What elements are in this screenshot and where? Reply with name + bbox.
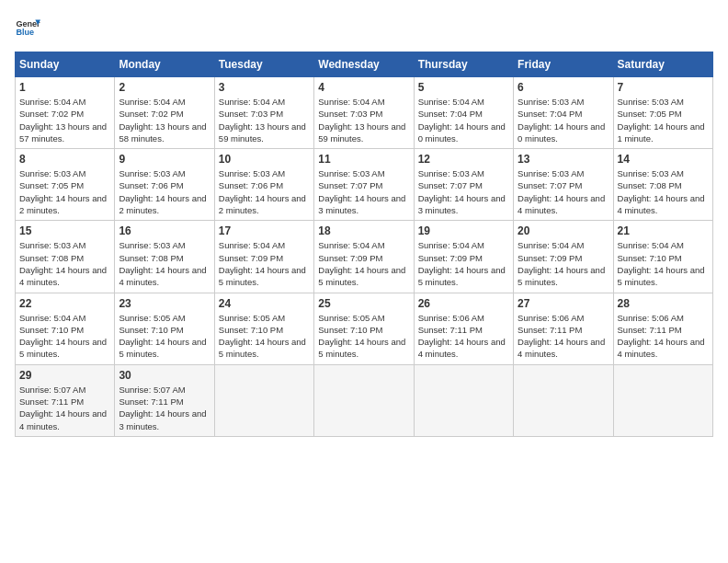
day-cell-29: 29 Sunrise: 5:07 AMSunset: 7:11 PMDaylig… xyxy=(16,364,115,436)
day-number: 10 xyxy=(219,153,310,166)
day-number: 18 xyxy=(318,224,409,237)
day-cell-7: 7 Sunrise: 5:03 AMSunset: 7:05 PMDayligh… xyxy=(613,77,712,149)
day-cell-24: 24 Sunrise: 5:05 AMSunset: 7:10 PMDaylig… xyxy=(214,293,313,364)
day-number: 20 xyxy=(518,224,609,237)
day-cell-19: 19 Sunrise: 5:04 AMSunset: 7:09 PMDaylig… xyxy=(414,221,513,293)
day-cell-17: 17 Sunrise: 5:04 AMSunset: 7:09 PMDaylig… xyxy=(214,221,313,293)
day-cell-20: 20 Sunrise: 5:04 AMSunset: 7:09 PMDaylig… xyxy=(514,221,613,293)
day-cell-26: 26 Sunrise: 5:06 AMSunset: 7:11 PMDaylig… xyxy=(414,293,513,364)
empty-cell xyxy=(514,364,613,436)
calendar-week-4: 22 Sunrise: 5:04 AMSunset: 7:10 PMDaylig… xyxy=(16,293,713,364)
day-cell-12: 12 Sunrise: 5:03 AMSunset: 7:07 PMDaylig… xyxy=(414,149,513,221)
day-cell-15: 15 Sunrise: 5:03 AMSunset: 7:08 PMDaylig… xyxy=(16,221,115,293)
day-cell-9: 9 Sunrise: 5:03 AMSunset: 7:06 PMDayligh… xyxy=(115,149,214,221)
day-header-tuesday: Tuesday xyxy=(214,52,313,77)
day-number: 11 xyxy=(318,153,409,166)
day-header-friday: Friday xyxy=(514,52,613,77)
day-cell-21: 21 Sunrise: 5:04 AMSunset: 7:10 PMDaylig… xyxy=(613,221,712,293)
empty-cell xyxy=(314,364,414,436)
day-number: 30 xyxy=(119,369,210,382)
day-number: 9 xyxy=(119,153,210,166)
day-number: 13 xyxy=(518,153,609,166)
day-number: 12 xyxy=(418,153,509,166)
day-detail: Sunrise: 5:04 AMSunset: 7:02 PMDaylight:… xyxy=(119,97,206,144)
day-cell-2: 2 Sunrise: 5:04 AMSunset: 7:02 PMDayligh… xyxy=(115,77,214,149)
day-number: 27 xyxy=(518,297,609,310)
day-detail: Sunrise: 5:04 AMSunset: 7:02 PMDaylight:… xyxy=(19,97,107,144)
day-detail: Sunrise: 5:05 AMSunset: 7:10 PMDaylight:… xyxy=(318,313,405,360)
day-cell-14: 14 Sunrise: 5:03 AMSunset: 7:08 PMDaylig… xyxy=(613,149,712,221)
day-number: 22 xyxy=(19,297,110,310)
day-detail: Sunrise: 5:04 AMSunset: 7:10 PMDaylight:… xyxy=(19,313,107,360)
day-header-sunday: Sunday xyxy=(16,52,115,77)
day-header-monday: Monday xyxy=(115,52,214,77)
day-detail: Sunrise: 5:03 AMSunset: 7:08 PMDaylight:… xyxy=(618,168,705,215)
empty-cell xyxy=(214,364,313,436)
day-number: 28 xyxy=(618,297,709,310)
day-detail: Sunrise: 5:04 AMSunset: 7:10 PMDaylight:… xyxy=(618,240,705,287)
calendar-week-1: 1 Sunrise: 5:04 AMSunset: 7:02 PMDayligh… xyxy=(16,77,713,149)
day-cell-23: 23 Sunrise: 5:05 AMSunset: 7:10 PMDaylig… xyxy=(115,293,214,364)
day-number: 14 xyxy=(618,153,709,166)
day-detail: Sunrise: 5:03 AMSunset: 7:05 PMDaylight:… xyxy=(19,168,107,215)
day-header-thursday: Thursday xyxy=(414,52,513,77)
day-detail: Sunrise: 5:03 AMSunset: 7:08 PMDaylight:… xyxy=(19,240,107,287)
day-cell-1: 1 Sunrise: 5:04 AMSunset: 7:02 PMDayligh… xyxy=(16,77,115,149)
day-detail: Sunrise: 5:03 AMSunset: 7:05 PMDaylight:… xyxy=(618,97,705,144)
empty-cell xyxy=(613,364,712,436)
day-detail: Sunrise: 5:03 AMSunset: 7:06 PMDaylight:… xyxy=(219,168,306,215)
day-number: 16 xyxy=(119,224,210,237)
day-detail: Sunrise: 5:05 AMSunset: 7:10 PMDaylight:… xyxy=(219,313,306,360)
page-header: General Blue xyxy=(15,15,713,40)
day-detail: Sunrise: 5:04 AMSunset: 7:09 PMDaylight:… xyxy=(518,240,605,287)
day-cell-6: 6 Sunrise: 5:03 AMSunset: 7:04 PMDayligh… xyxy=(514,77,613,149)
day-number: 7 xyxy=(618,81,709,94)
day-detail: Sunrise: 5:03 AMSunset: 7:07 PMDaylight:… xyxy=(518,168,605,215)
day-number: 2 xyxy=(119,81,210,94)
day-number: 4 xyxy=(318,81,409,94)
logo-icon: General Blue xyxy=(15,15,40,40)
day-detail: Sunrise: 5:06 AMSunset: 7:11 PMDaylight:… xyxy=(618,313,705,360)
day-detail: Sunrise: 5:06 AMSunset: 7:11 PMDaylight:… xyxy=(418,313,506,360)
day-cell-22: 22 Sunrise: 5:04 AMSunset: 7:10 PMDaylig… xyxy=(16,293,115,364)
logo: General Blue xyxy=(15,15,40,40)
day-number: 21 xyxy=(618,224,709,237)
day-cell-10: 10 Sunrise: 5:03 AMSunset: 7:06 PMDaylig… xyxy=(214,149,313,221)
day-number: 25 xyxy=(318,297,409,310)
day-cell-18: 18 Sunrise: 5:04 AMSunset: 7:09 PMDaylig… xyxy=(314,221,414,293)
day-number: 24 xyxy=(219,297,310,310)
day-cell-30: 30 Sunrise: 5:07 AMSunset: 7:11 PMDaylig… xyxy=(115,364,214,436)
svg-text:Blue: Blue xyxy=(16,28,34,37)
day-number: 8 xyxy=(19,153,110,166)
day-cell-16: 16 Sunrise: 5:03 AMSunset: 7:08 PMDaylig… xyxy=(115,221,214,293)
day-cell-28: 28 Sunrise: 5:06 AMSunset: 7:11 PMDaylig… xyxy=(613,293,712,364)
day-number: 15 xyxy=(19,224,110,237)
day-detail: Sunrise: 5:07 AMSunset: 7:11 PMDaylight:… xyxy=(19,385,107,431)
day-number: 26 xyxy=(418,297,509,310)
day-number: 6 xyxy=(518,81,609,94)
day-header-saturday: Saturday xyxy=(613,52,712,77)
day-detail: Sunrise: 5:04 AMSunset: 7:03 PMDaylight:… xyxy=(219,97,306,144)
day-number: 1 xyxy=(19,81,110,94)
day-detail: Sunrise: 5:03 AMSunset: 7:08 PMDaylight:… xyxy=(119,240,206,287)
day-cell-11: 11 Sunrise: 5:03 AMSunset: 7:07 PMDaylig… xyxy=(314,149,414,221)
day-detail: Sunrise: 5:04 AMSunset: 7:04 PMDaylight:… xyxy=(418,97,506,144)
day-detail: Sunrise: 5:07 AMSunset: 7:11 PMDaylight:… xyxy=(119,385,206,431)
day-number: 23 xyxy=(119,297,210,310)
day-number: 5 xyxy=(418,81,509,94)
calendar-week-5: 29 Sunrise: 5:07 AMSunset: 7:11 PMDaylig… xyxy=(16,364,713,436)
day-cell-13: 13 Sunrise: 5:03 AMSunset: 7:07 PMDaylig… xyxy=(514,149,613,221)
day-cell-4: 4 Sunrise: 5:04 AMSunset: 7:03 PMDayligh… xyxy=(314,77,414,149)
day-header-wednesday: Wednesday xyxy=(314,52,414,77)
day-number: 3 xyxy=(219,81,310,94)
day-detail: Sunrise: 5:06 AMSunset: 7:11 PMDaylight:… xyxy=(518,313,605,360)
day-detail: Sunrise: 5:05 AMSunset: 7:10 PMDaylight:… xyxy=(119,313,206,360)
day-detail: Sunrise: 5:03 AMSunset: 7:04 PMDaylight:… xyxy=(518,97,605,144)
day-cell-5: 5 Sunrise: 5:04 AMSunset: 7:04 PMDayligh… xyxy=(414,77,513,149)
day-number: 19 xyxy=(418,224,509,237)
day-cell-27: 27 Sunrise: 5:06 AMSunset: 7:11 PMDaylig… xyxy=(514,293,613,364)
day-detail: Sunrise: 5:03 AMSunset: 7:07 PMDaylight:… xyxy=(418,168,506,215)
day-cell-25: 25 Sunrise: 5:05 AMSunset: 7:10 PMDaylig… xyxy=(314,293,414,364)
day-detail: Sunrise: 5:03 AMSunset: 7:07 PMDaylight:… xyxy=(318,168,405,215)
day-detail: Sunrise: 5:04 AMSunset: 7:09 PMDaylight:… xyxy=(418,240,506,287)
